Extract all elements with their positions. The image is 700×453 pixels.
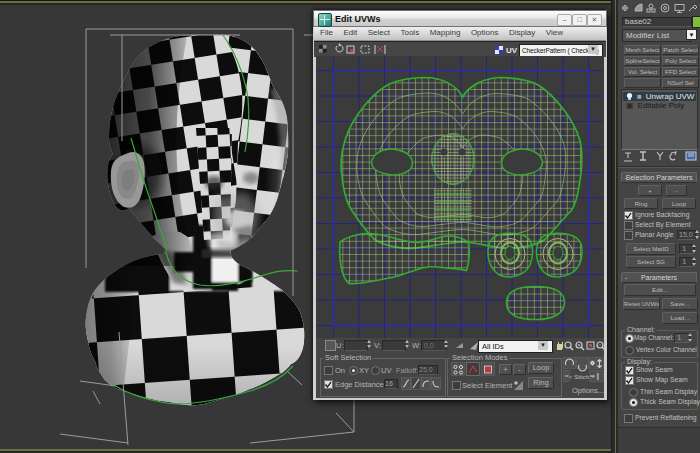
svg-text:UV: UV: [506, 46, 518, 55]
svg-text:< Stitch >: < Stitch >: [569, 374, 595, 380]
